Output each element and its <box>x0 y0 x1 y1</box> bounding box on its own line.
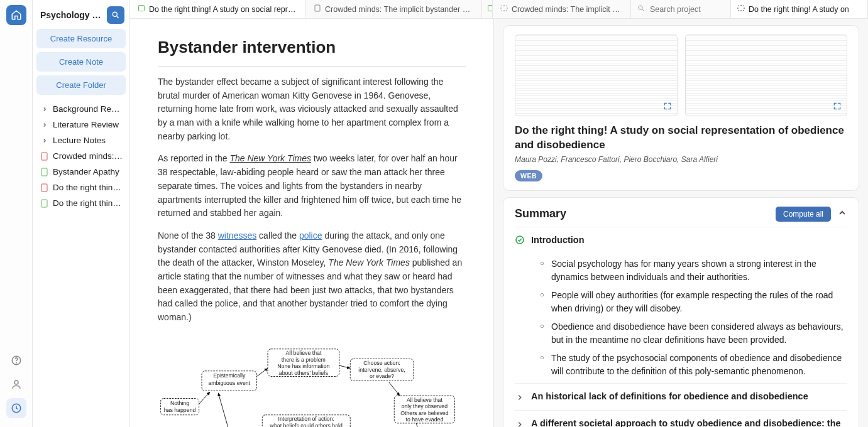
page-thumbnail[interactable] <box>685 35 848 116</box>
expand-icon[interactable] <box>832 100 843 112</box>
summary-section[interactable]: Introduction <box>515 227 847 252</box>
svg-line-23 <box>257 368 268 376</box>
svg-point-2 <box>14 381 18 384</box>
right-tab-resource[interactable]: Do the right thing! A study on <box>731 0 868 18</box>
svg-rect-9 <box>139 6 145 11</box>
chevron-right-icon <box>40 105 49 114</box>
chevron-up-icon[interactable] <box>837 208 847 220</box>
paragraph: None of the 38 witnesses called the poli… <box>158 229 466 325</box>
tab-resource[interactable]: Crowded minds: The implicit bystander e… <box>306 0 482 18</box>
tree-note[interactable]: Do the right thing! A … <box>36 195 127 211</box>
page-thumbnail[interactable] <box>515 35 678 116</box>
tree-folder[interactable]: Lecture Notes <box>36 132 127 148</box>
chevron-right-icon <box>515 392 525 403</box>
svg-rect-6 <box>41 168 47 176</box>
doc-icon <box>314 4 321 14</box>
summary-card: Summary Compute all Introduction <box>503 197 859 427</box>
resource-authors: Maura Pozzi, Francesco Fattori, Piero Bo… <box>515 155 847 164</box>
svg-rect-11 <box>488 6 493 11</box>
pdf-icon <box>40 152 49 161</box>
check-circle-icon <box>515 235 525 245</box>
history-icon[interactable] <box>6 398 26 418</box>
svg-line-26 <box>416 423 422 427</box>
summary-bullet: Social psychology has for many years sho… <box>540 257 847 284</box>
resource-title: Do the right thing! A study on social re… <box>515 124 847 153</box>
tree-resource-pdf[interactable]: Crowded minds: The… <box>36 148 127 164</box>
svg-rect-10 <box>315 5 320 11</box>
wiki-link[interactable]: witnesses <box>218 230 256 241</box>
paragraph: The bystander effect became a subject of… <box>158 75 466 143</box>
svg-point-1 <box>16 362 16 363</box>
tab-note[interactable]: Do the right thing! A study on social re… <box>130 0 306 18</box>
create-resource-button[interactable]: Create Resource <box>36 29 126 48</box>
svg-rect-5 <box>41 153 47 160</box>
citation-link[interactable]: The New York Times <box>229 153 311 163</box>
summary-heading: Summary <box>515 207 776 220</box>
svg-line-30 <box>218 392 232 427</box>
svg-rect-8 <box>41 200 47 207</box>
user-icon[interactable] <box>6 374 26 394</box>
pdf-icon <box>40 183 49 192</box>
project-title: Psychology Society <box>40 10 104 20</box>
summary-bullet: People will obey authorities (for exampl… <box>540 289 847 315</box>
svg-point-4 <box>113 12 117 16</box>
chevron-right-icon <box>40 136 49 145</box>
note-icon <box>487 4 493 14</box>
create-note-button[interactable]: Create Note <box>36 52 126 72</box>
search-icon[interactable] <box>107 6 124 24</box>
concept-diagram: Epistemicallyambiguous event All believe… <box>158 343 466 427</box>
summary-bullet: The study of the psychosocial components… <box>540 352 847 378</box>
chevron-right-icon <box>40 121 49 129</box>
svg-line-24 <box>339 365 351 368</box>
tree-folder[interactable]: Background Reading <box>36 101 127 117</box>
svg-point-31 <box>639 6 642 9</box>
summary-bullet: Obedience and disobedience have been con… <box>540 320 847 347</box>
paragraph: As reported in the The New York Times tw… <box>158 152 466 220</box>
note-icon <box>40 168 49 176</box>
page-title: Bystander intervention <box>158 38 466 67</box>
resource-detail-card: Do the right thing! A study on social re… <box>503 25 859 191</box>
tree-folder[interactable]: Literature Review <box>36 117 127 132</box>
summary-bullet-list: Social psychology has for many years sho… <box>515 257 847 378</box>
note-icon <box>138 4 145 14</box>
search-icon <box>637 4 645 14</box>
svg-rect-7 <box>41 184 47 192</box>
expand-icon[interactable] <box>662 100 673 112</box>
tree-note[interactable]: Bystander Apathy <box>36 164 127 180</box>
compute-all-button[interactable]: Compute all <box>776 207 831 222</box>
wiki-link[interactable]: police <box>299 230 322 241</box>
sparkle-icon <box>500 4 508 14</box>
right-tab-resource[interactable]: Crowded minds: The implicit bystander e… <box>494 0 631 18</box>
create-folder-button[interactable]: Create Folder <box>36 75 126 95</box>
source-badge: WEB <box>515 170 542 181</box>
help-icon[interactable] <box>6 350 26 370</box>
chevron-right-icon <box>515 419 525 427</box>
search-input[interactable] <box>649 4 724 14</box>
svg-line-22 <box>199 392 211 404</box>
right-tab-search[interactable] <box>631 0 731 18</box>
svg-line-25 <box>389 382 400 396</box>
summary-section-collapsed[interactable]: A different societal approach to study o… <box>515 410 847 427</box>
home-icon[interactable] <box>6 5 26 25</box>
summary-section-collapsed[interactable]: An historical lack of definitions for ob… <box>515 383 847 410</box>
sparkle-icon <box>737 4 745 14</box>
tree-resource-pdf[interactable]: Do the right thing! A … <box>36 180 127 195</box>
note-icon <box>40 199 49 208</box>
citation: The New York Times <box>328 257 410 268</box>
tab-resource-partial[interactable]: B <box>482 0 493 18</box>
